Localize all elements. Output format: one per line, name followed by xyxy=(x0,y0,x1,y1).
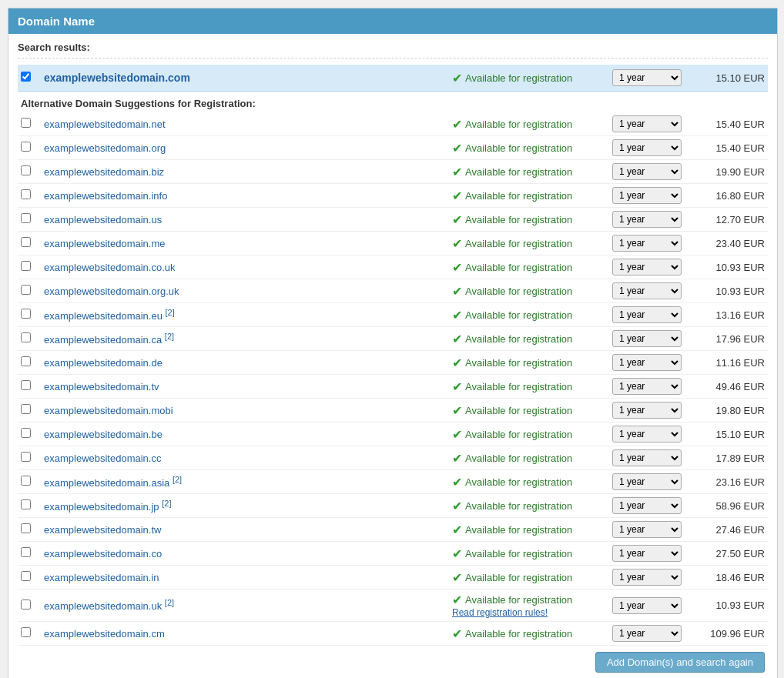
check-icon: ✔ xyxy=(452,356,462,370)
domain-checkbox-20[interactable] xyxy=(21,600,31,610)
domain-panel: Domain Name Search results: examplewebsi… xyxy=(8,8,778,678)
domain-year-select-6[interactable]: 1 year2 years3 years4 years5 years xyxy=(612,259,682,276)
domain-checkbox-0[interactable] xyxy=(21,118,31,128)
domain-row: examplewebsitedomain.info✔Available for … xyxy=(18,184,768,208)
domain-year-select-4[interactable]: 1 year2 years3 years4 years5 years xyxy=(612,211,682,228)
check-icon: ✔ xyxy=(452,379,462,394)
domain-status: Available for registration xyxy=(465,500,572,512)
domain-year-select-9[interactable]: 1 year2 years3 years4 years5 years xyxy=(612,330,682,347)
domain-ref-link[interactable]: [2] xyxy=(165,332,174,341)
uk-status-wrap: ✔Available for registrationRead registra… xyxy=(452,593,572,618)
domain-row: examplewebsitedomain.de✔Available for re… xyxy=(18,351,768,375)
domain-row: examplewebsitedomain.eu [2]✔Available fo… xyxy=(18,303,768,327)
domain-status-cell: ✔Available for registration xyxy=(452,236,606,251)
domain-status: Available for registration xyxy=(465,548,572,559)
domain-price: 13.16 EUR xyxy=(688,309,765,321)
domain-year-select-20[interactable]: 1 year2 years3 years4 years5 years xyxy=(612,597,682,614)
domain-year-select-8[interactable]: 1 year2 years3 years4 years5 years xyxy=(612,306,682,323)
domain-checkbox-19[interactable] xyxy=(21,571,31,581)
add-domains-button[interactable]: Add Domain(s) and search again xyxy=(595,652,765,673)
domain-checkbox-10[interactable] xyxy=(21,356,31,366)
domain-row: examplewebsitedomain.uk [2]✔Available fo… xyxy=(18,589,768,622)
check-icon: ✔ xyxy=(452,308,462,322)
domain-ref-link[interactable]: [2] xyxy=(165,598,174,607)
domain-price: 109.96 EUR xyxy=(688,628,765,640)
domain-checkbox-12[interactable] xyxy=(21,404,31,414)
domain-checkbox-17[interactable] xyxy=(21,523,31,533)
domain-name: examplewebsitedomain.co.uk xyxy=(44,262,446,273)
check-icon: ✔ xyxy=(452,593,462,607)
domain-status-cell: ✔Available for registration xyxy=(452,475,606,489)
domain-year-select-3[interactable]: 1 year2 years3 years4 years5 years xyxy=(612,187,682,204)
domain-year-select-18[interactable]: 1 year2 years3 years4 years5 years xyxy=(612,545,682,562)
domain-status-cell: ✔Available for registration xyxy=(452,117,606,132)
domain-name: examplewebsitedomain.in xyxy=(44,572,446,583)
domain-year-select-17[interactable]: 1 year2 years3 years4 years5 years xyxy=(612,521,682,538)
domain-status: Available for registration xyxy=(465,357,572,369)
domain-checkbox-14[interactable] xyxy=(21,452,31,462)
domain-checkbox-1[interactable] xyxy=(21,142,31,152)
main-domain-price: 15.10 EUR xyxy=(688,72,765,84)
domain-year-select-21[interactable]: 1 year2 years3 years4 years5 years xyxy=(612,625,682,642)
domain-checkbox-5[interactable] xyxy=(21,237,31,247)
domain-price: 23.40 EUR xyxy=(688,238,765,249)
domain-checkbox-cell xyxy=(21,523,38,536)
domain-ref-link[interactable]: [2] xyxy=(162,499,171,508)
domain-checkbox-4[interactable] xyxy=(21,213,31,223)
domain-status: Available for registration xyxy=(465,142,572,154)
domain-status: Available for registration xyxy=(465,429,572,440)
domain-checkbox-16[interactable] xyxy=(21,499,31,509)
domain-price: 10.93 EUR xyxy=(688,600,765,611)
domain-year-select-14[interactable]: 1 year2 years3 years4 years5 years xyxy=(612,449,682,466)
domain-status: Available for registration xyxy=(465,628,572,640)
check-icon: ✔ xyxy=(452,475,462,489)
domain-row: examplewebsitedomain.tw✔Available for re… xyxy=(18,518,768,542)
domain-checkbox-13[interactable] xyxy=(21,428,31,438)
domain-checkbox-8[interactable] xyxy=(21,309,31,319)
domain-price: 23.16 EUR xyxy=(688,476,765,488)
domain-name: examplewebsitedomain.cm xyxy=(44,628,446,640)
domain-price: 15.40 EUR xyxy=(688,119,765,130)
domain-year-select-19[interactable]: 1 year2 years3 years4 years5 years xyxy=(612,569,682,586)
domain-checkbox-cell xyxy=(21,627,38,640)
domain-name: examplewebsitedomain.org xyxy=(44,142,446,154)
domain-row: examplewebsitedomain.ca [2]✔Available fo… xyxy=(18,327,768,351)
domain-year-select-16[interactable]: 1 year2 years3 years4 years5 years xyxy=(612,497,682,514)
domain-year-select-10[interactable]: 1 year2 years3 years4 years5 years xyxy=(612,354,682,371)
domain-checkbox-cell xyxy=(21,428,38,440)
domain-year-select-11[interactable]: 1 year2 years3 years4 years5 years xyxy=(612,378,682,395)
domain-checkbox-21[interactable] xyxy=(21,627,31,637)
domain-row: examplewebsitedomain.co✔Available for re… xyxy=(18,542,768,566)
domain-checkbox-7[interactable] xyxy=(21,285,31,295)
main-domain-year-select[interactable]: 1 year2 years3 years4 years5 years xyxy=(612,69,682,86)
domain-name: examplewebsitedomain.ca [2] xyxy=(44,332,446,346)
domain-ref-link[interactable]: [2] xyxy=(166,308,175,317)
domain-price: 19.80 EUR xyxy=(688,405,765,416)
domain-row: examplewebsitedomain.asia [2]✔Available … xyxy=(18,470,768,494)
domain-row: examplewebsitedomain.cc✔Available for re… xyxy=(18,446,768,470)
domain-year-select-13[interactable]: 1 year2 years3 years4 years5 years xyxy=(612,426,682,443)
domain-row: examplewebsitedomain.me✔Available for re… xyxy=(18,232,768,256)
domain-year-select-7[interactable]: 1 year2 years3 years4 years5 years xyxy=(612,282,682,299)
domain-checkbox-18[interactable] xyxy=(21,547,31,557)
domain-year-select-12[interactable]: 1 year2 years3 years4 years5 years xyxy=(612,402,682,419)
domain-ref-link[interactable]: [2] xyxy=(173,475,182,484)
domain-checkbox-cell xyxy=(21,547,38,559)
domain-checkbox-11[interactable] xyxy=(21,380,31,390)
domain-year-select-1[interactable]: 1 year2 years3 years4 years5 years xyxy=(612,139,682,156)
read-registration-rules-link[interactable]: Read registration rules! xyxy=(452,607,572,618)
domain-checkbox-2[interactable] xyxy=(21,165,31,175)
check-icon: ✔ xyxy=(452,546,462,561)
check-icon: ✔ xyxy=(452,451,462,466)
domain-checkbox-9[interactable] xyxy=(21,332,31,342)
domain-year-select-15[interactable]: 1 year2 years3 years4 years5 years xyxy=(612,473,682,490)
domain-status: Available for registration xyxy=(465,262,572,273)
domain-checkbox-15[interactable] xyxy=(21,476,31,486)
domain-checkbox-6[interactable] xyxy=(21,261,31,271)
domain-year-select-5[interactable]: 1 year2 years3 years4 years5 years xyxy=(612,235,682,252)
domain-year-select-2[interactable]: 1 year2 years3 years4 years5 years xyxy=(612,163,682,180)
main-domain-checkbox[interactable] xyxy=(21,72,31,82)
domain-checkbox-3[interactable] xyxy=(21,189,31,199)
domain-status: Available for registration xyxy=(465,381,572,392)
domain-year-select-0[interactable]: 1 year2 years3 years4 years5 years xyxy=(612,115,682,132)
